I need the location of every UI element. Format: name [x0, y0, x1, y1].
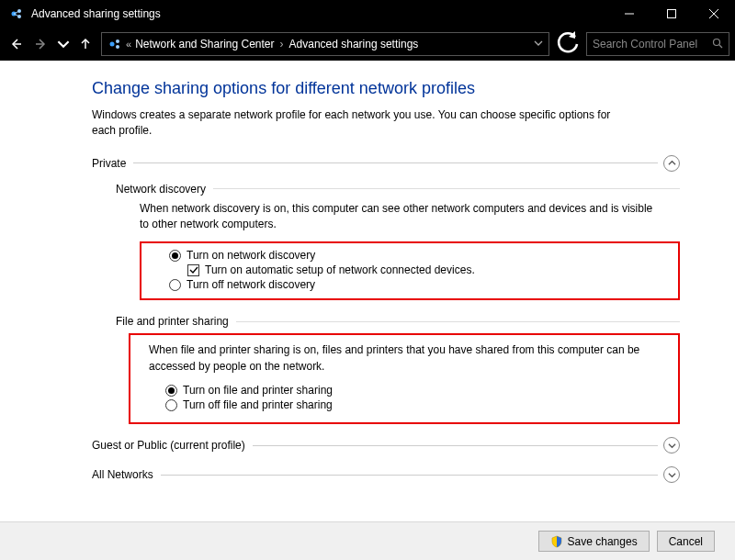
radio-icon — [169, 250, 181, 262]
subheading-network-discovery: Network discovery — [116, 183, 680, 196]
app-icon — [9, 6, 24, 21]
address-bar[interactable]: « Network and Sharing Center › Advanced … — [101, 32, 549, 56]
radio-network-discovery-off[interactable]: Turn off network discovery — [169, 278, 673, 291]
maximize-button[interactable] — [650, 0, 693, 28]
breadcrumb-parent[interactable]: Network and Sharing Center — [135, 38, 274, 50]
checkbox-icon — [187, 264, 199, 276]
breadcrumb-current[interactable]: Advanced sharing settings — [289, 38, 419, 50]
group-private[interactable]: Private — [92, 155, 680, 172]
svg-point-12 — [110, 42, 115, 47]
page-subtext: Windows creates a separate network profi… — [92, 107, 634, 139]
checkbox-auto-setup[interactable]: Turn on automatic setup of network conne… — [187, 263, 673, 276]
file-printer-block: When file and printer sharing is on, fil… — [129, 333, 680, 424]
group-guest-label: Guest or Public (current profile) — [92, 439, 253, 452]
svg-point-15 — [714, 39, 720, 45]
content-area: Change sharing options for different net… — [0, 61, 735, 521]
search-input[interactable]: Search Control Panel — [586, 32, 729, 56]
navbar: « Network and Sharing Center › Advanced … — [0, 28, 735, 61]
radio-network-discovery-on[interactable]: Turn on network discovery — [169, 249, 673, 262]
save-changes-button[interactable]: Save changes — [538, 531, 650, 552]
svg-line-16 — [719, 45, 722, 48]
close-button[interactable] — [693, 0, 735, 28]
refresh-button[interactable] — [555, 32, 581, 56]
search-icon — [712, 38, 723, 51]
network-discovery-options: Turn on network discovery Turn on automa… — [140, 241, 680, 300]
back-button[interactable] — [6, 33, 26, 55]
chevron-down-icon[interactable] — [663, 466, 680, 483]
chevron-down-icon[interactable] — [663, 437, 680, 454]
cancel-button[interactable]: Cancel — [657, 531, 715, 552]
radio-file-printer-off[interactable]: Turn off file and printer sharing — [165, 398, 669, 411]
breadcrumb-chevrons-icon: « — [126, 39, 131, 50]
svg-point-13 — [116, 39, 119, 43]
forward-button[interactable] — [31, 33, 51, 55]
chevron-down-icon[interactable] — [534, 38, 543, 50]
radio-icon — [165, 385, 177, 397]
subheading-file-printer: File and printer sharing — [116, 315, 680, 328]
radio-file-printer-on[interactable]: Turn on file and printer sharing — [165, 384, 669, 397]
footer: Save changes Cancel — [0, 521, 735, 560]
svg-rect-6 — [668, 10, 676, 18]
page-heading: Change sharing options for different net… — [92, 79, 680, 98]
search-placeholder: Search Control Panel — [593, 38, 712, 50]
window-title: Advanced sharing settings — [31, 7, 161, 20]
radio-icon — [169, 279, 181, 291]
group-all-networks[interactable]: All Networks — [92, 466, 680, 483]
network-discovery-desc: When network discovery is on, this compu… — [140, 201, 654, 233]
chevron-right-icon: › — [280, 38, 284, 50]
file-printer-desc: When file and printer sharing is on, fil… — [149, 342, 663, 375]
minimize-button[interactable] — [608, 0, 650, 28]
up-button[interactable] — [75, 33, 96, 55]
group-guest-public[interactable]: Guest or Public (current profile) — [92, 437, 680, 454]
recent-locations-button[interactable] — [57, 33, 70, 55]
chevron-up-icon[interactable] — [663, 155, 680, 172]
svg-point-14 — [116, 45, 119, 49]
group-all-networks-label: All Networks — [92, 468, 161, 481]
titlebar: Advanced sharing settings — [0, 0, 735, 28]
radio-icon — [165, 399, 177, 411]
address-icon — [107, 37, 122, 51]
group-private-label: Private — [92, 157, 133, 170]
shield-icon — [550, 535, 563, 548]
